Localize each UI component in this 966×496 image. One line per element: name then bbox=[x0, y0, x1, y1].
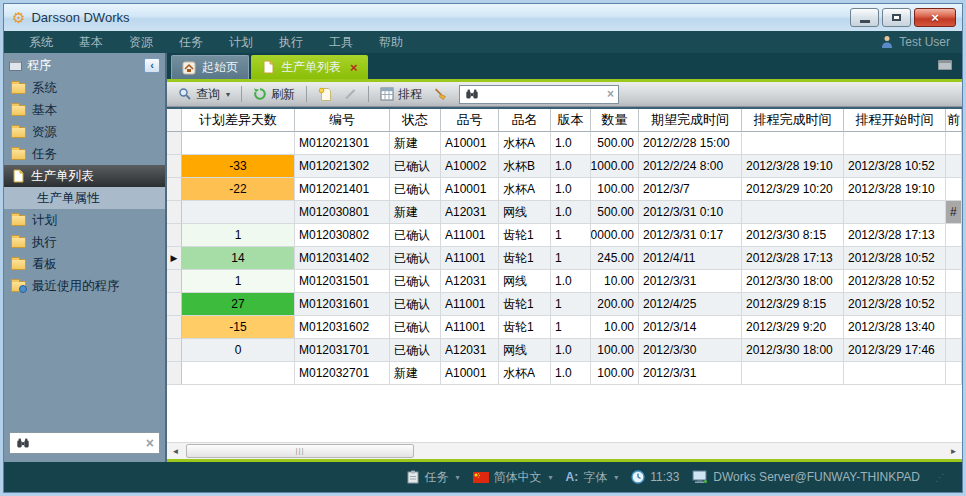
row-selector[interactable] bbox=[167, 339, 182, 362]
cell-scheduled-start-time[interactable]: 2012/3/28 10:52 bbox=[844, 270, 946, 293]
table-row[interactable]: 27M012031601已确认A11001齿轮11200.002012/4/25… bbox=[167, 293, 962, 316]
row-selector[interactable] bbox=[167, 201, 182, 224]
cell-scheduled-start-time[interactable]: 2012/3/28 10:52 bbox=[844, 293, 946, 316]
cell-scheduled-finish-time[interactable] bbox=[742, 201, 844, 224]
menu-item-5[interactable]: 计划 bbox=[216, 34, 266, 51]
cell-part-no[interactable]: A11001 bbox=[441, 293, 499, 316]
cell-expected-finish-time[interactable]: 2012/3/31 bbox=[639, 270, 742, 293]
table-row[interactable]: M012021301新建A10001水杯A1.0500.002012/2/28 … bbox=[167, 132, 962, 155]
cell-expected-finish-time[interactable]: 2012/2/28 15:00 bbox=[639, 132, 742, 155]
cell-version[interactable]: 1 bbox=[551, 247, 591, 270]
current-user[interactable]: Test User bbox=[880, 35, 950, 49]
cell-scheduled-finish-time[interactable]: 2012/3/28 17:13 bbox=[742, 247, 844, 270]
row-selector[interactable] bbox=[167, 178, 182, 201]
cell-part-no[interactable]: A10001 bbox=[441, 132, 499, 155]
cell-part-name[interactable]: 齿轮1 bbox=[499, 316, 551, 339]
cell-plan-diff-days[interactable]: -15 bbox=[182, 316, 295, 339]
tab-start-page[interactable]: 起始页 bbox=[171, 55, 249, 79]
cell-scheduled-finish-time[interactable] bbox=[742, 362, 844, 385]
cell-expected-finish-time[interactable]: 2012/4/11 bbox=[639, 247, 742, 270]
column-header[interactable]: 前 bbox=[946, 109, 962, 132]
cell-status[interactable]: 新建 bbox=[390, 132, 441, 155]
menu-item-6[interactable]: 执行 bbox=[266, 34, 316, 51]
row-selector[interactable] bbox=[167, 293, 182, 316]
column-header[interactable]: 数量 bbox=[591, 109, 639, 132]
cell-code[interactable]: M012031701 bbox=[295, 339, 390, 362]
cell-version[interactable]: 1 bbox=[551, 224, 591, 247]
cell-version[interactable]: 1.0 bbox=[551, 362, 591, 385]
cell-scheduled-start-time[interactable]: 2012/3/28 17:13 bbox=[844, 224, 946, 247]
cell-scheduled-start-time[interactable] bbox=[844, 132, 946, 155]
cell-scheduled-finish-time[interactable]: 2012/3/30 18:00 bbox=[742, 339, 844, 362]
cell-scheduled-finish-time[interactable] bbox=[742, 132, 844, 155]
status-font-menu[interactable]: A: 字体 ▾ bbox=[566, 469, 619, 486]
restore-button[interactable] bbox=[882, 8, 911, 27]
menu-item-4[interactable]: 任务 bbox=[166, 34, 216, 51]
cell-part-name[interactable]: 齿轮1 bbox=[499, 293, 551, 316]
float-window-icon[interactable] bbox=[938, 60, 952, 70]
sidebar-search-box[interactable]: × bbox=[9, 432, 160, 454]
column-header[interactable]: 品名 bbox=[499, 109, 551, 132]
cell-scheduled-start-time[interactable]: 2012/3/28 13:40 bbox=[844, 316, 946, 339]
cell-quantity[interactable]: 200.00 bbox=[591, 293, 639, 316]
resize-grip[interactable]: ⋰ bbox=[935, 472, 946, 483]
cell-part-name[interactable]: 水杯A bbox=[499, 178, 551, 201]
cell-plan-diff-days[interactable]: 0 bbox=[182, 339, 295, 362]
table-search-input[interactable]: × bbox=[459, 85, 619, 104]
scroll-left-arrow[interactable]: ◄ bbox=[167, 443, 184, 460]
table-row[interactable]: M012032701新建A10001水杯A1.0100.002012/3/31 bbox=[167, 362, 962, 385]
sidebar-item[interactable]: 最近使用的程序 bbox=[4, 275, 165, 297]
close-button[interactable]: × bbox=[914, 8, 956, 27]
cell-scheduled-finish-time[interactable]: 2012/3/29 10:20 bbox=[742, 178, 844, 201]
tab-close-icon[interactable]: × bbox=[350, 61, 358, 74]
menu-item-3[interactable]: 资源 bbox=[116, 34, 166, 51]
search-clear-icon[interactable]: × bbox=[607, 88, 614, 100]
sidebar-item[interactable]: 看板 bbox=[4, 253, 165, 275]
cell-version[interactable]: 1 bbox=[551, 316, 591, 339]
row-selector[interactable] bbox=[167, 316, 182, 339]
cell-code[interactable]: M012031501 bbox=[295, 270, 390, 293]
cell-version[interactable]: 1.0 bbox=[551, 178, 591, 201]
row-selector[interactable] bbox=[167, 155, 182, 178]
horizontal-scrollbar[interactable]: ◄ ||| ► bbox=[167, 442, 962, 459]
cell-scheduled-start-time[interactable]: 2012/3/28 10:52 bbox=[844, 155, 946, 178]
cell-scheduled-start-time[interactable] bbox=[844, 362, 946, 385]
cell-extra[interactable] bbox=[946, 270, 962, 293]
cell-status[interactable]: 已确认 bbox=[390, 224, 441, 247]
cell-quantity[interactable]: 500.00 bbox=[591, 132, 639, 155]
cell-extra[interactable] bbox=[946, 316, 962, 339]
cell-scheduled-start-time[interactable]: 2012/3/28 19:10 bbox=[844, 178, 946, 201]
cell-part-name[interactable]: 水杯A bbox=[499, 132, 551, 155]
cell-scheduled-start-time[interactable]: 2012/3/29 17:46 bbox=[844, 339, 946, 362]
cell-extra[interactable] bbox=[946, 132, 962, 155]
cell-quantity[interactable]: 500.00 bbox=[591, 201, 639, 224]
table-row[interactable]: -33M012021302已确认A10002水杯B1.01000.002012/… bbox=[167, 155, 962, 178]
cell-version[interactable]: 1.0 bbox=[551, 270, 591, 293]
cell-code[interactable]: M012021301 bbox=[295, 132, 390, 155]
cell-code[interactable]: M012021302 bbox=[295, 155, 390, 178]
column-header[interactable]: 计划差异天数 bbox=[182, 109, 295, 132]
refresh-button[interactable]: 刷新 bbox=[250, 85, 298, 104]
cell-part-name[interactable]: 水杯B bbox=[499, 155, 551, 178]
cell-part-no[interactable]: A10001 bbox=[441, 178, 499, 201]
menu-item-8[interactable]: 帮助 bbox=[366, 34, 416, 51]
cell-version[interactable]: 1 bbox=[551, 293, 591, 316]
cell-expected-finish-time[interactable]: 2012/3/7 bbox=[639, 178, 742, 201]
table-row[interactable]: 1M012030802已确认A11001齿轮1110000.002012/3/3… bbox=[167, 224, 962, 247]
sidebar-item[interactable]: 计划 bbox=[4, 209, 165, 231]
cell-plan-diff-days[interactable]: -33 bbox=[182, 155, 295, 178]
scrollbar-thumb[interactable]: ||| bbox=[186, 444, 414, 458]
cell-part-no[interactable]: A12031 bbox=[441, 339, 499, 362]
cell-part-no[interactable]: A11001 bbox=[441, 247, 499, 270]
cell-extra[interactable] bbox=[946, 224, 962, 247]
cell-expected-finish-time[interactable]: 2012/3/14 bbox=[639, 316, 742, 339]
row-selector[interactable]: ▶ bbox=[167, 247, 182, 270]
cell-part-no[interactable]: A10002 bbox=[441, 155, 499, 178]
cell-code[interactable]: M012031601 bbox=[295, 293, 390, 316]
chevron-down-icon[interactable]: ▾ bbox=[226, 90, 230, 99]
cell-code[interactable]: M012032701 bbox=[295, 362, 390, 385]
cell-plan-diff-days[interactable]: 14 bbox=[182, 247, 295, 270]
column-header[interactable]: 期望完成时间 bbox=[639, 109, 742, 132]
table-row[interactable]: -22M012021401已确认A10001水杯A1.0100.002012/3… bbox=[167, 178, 962, 201]
cell-plan-diff-days[interactable] bbox=[182, 362, 295, 385]
